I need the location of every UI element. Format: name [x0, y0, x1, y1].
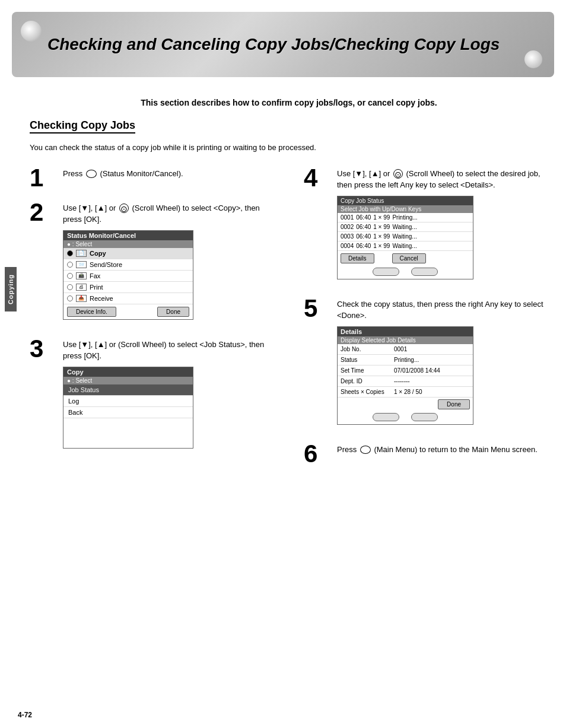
- step-3-number: 3: [30, 336, 59, 361]
- copy-screen-spacer: [63, 418, 193, 448]
- func-keys-row-4: [338, 266, 473, 279]
- screen-copy-menu: Copy ● : Select Job Status Log Back: [63, 367, 193, 449]
- cancel-button[interactable]: Cancel: [392, 253, 426, 263]
- step-3: 3 Use [▼], [▲] or (Scroll Wheel) to sele…: [30, 336, 274, 456]
- screen-status-monitor: Status Monitor/Cancel ● : Select 📄 Copy …: [63, 230, 193, 320]
- detail-row-jobno: Job No. 0001: [338, 344, 473, 355]
- copy-menu-title: Copy: [63, 367, 193, 377]
- job-status-buttons: Details Cancel: [338, 251, 473, 266]
- detail-row-settime: Set Time 07/01/2008 14:44: [338, 365, 473, 376]
- left-column: 1 Press (Status Monitor/Cancel). 2 Use […: [30, 166, 280, 476]
- step-5-content: Check the copy status, then press the ri…: [337, 296, 548, 432]
- intro-text: This section describes how to confirm co…: [30, 98, 548, 107]
- steps-container: 1 Press (Status Monitor/Cancel). 2 Use […: [30, 166, 548, 476]
- screen-details: Details Display Selected Job Details Job…: [337, 326, 473, 425]
- radio-print: [67, 284, 73, 290]
- receive-icon: 📥: [76, 295, 87, 302]
- details-header: Details: [338, 327, 473, 336]
- step-4-text: Use [▼], [▲] or (Scroll Wheel) to select…: [337, 168, 548, 191]
- job-row-4: 0004 06:40 1 × 99 Waiting...: [338, 241, 473, 251]
- screen-subtitle-1: ● : Select: [63, 240, 193, 248]
- section-description: You can check the status of a copy job w…: [30, 142, 548, 154]
- step-3-text: Use [▼], [▲] or (Scroll Wheel) to select…: [63, 339, 274, 362]
- screen-row-copy: 📄 Copy: [63, 248, 193, 259]
- screen-row-receive: 📥 Receive: [63, 293, 193, 304]
- details-done-row: Done: [338, 398, 473, 411]
- step-5-number: 5: [304, 296, 333, 321]
- func-key-left-4: [373, 268, 399, 276]
- radio-receive: [67, 295, 73, 301]
- step-2-text: Use [▼], [▲] or (Scroll Wheel) to select…: [63, 202, 274, 225]
- step-2: 2 Use [▼], [▲] or (Scroll Wheel) to sele…: [30, 200, 274, 327]
- screen-row-sendstore: 📨 Send/Store: [63, 259, 193, 271]
- step-6-content: Press (Main Menu) to return to the Main …: [337, 441, 548, 460]
- copy-icon: 📄: [76, 250, 87, 257]
- side-tab-label: Copying: [5, 267, 17, 311]
- page-number: 4-72: [18, 711, 32, 719]
- job-row-2: 0002 06:40 1 × 99 Waiting...: [338, 222, 473, 232]
- main-menu-icon: [360, 446, 371, 454]
- step-4: 4 Use [▼], [▲] or (Scroll Wheel) to sele…: [304, 166, 548, 287]
- print-icon: 🖨: [76, 284, 87, 291]
- section-title: Checking Copy Jobs: [30, 119, 548, 133]
- sendstore-icon: 📨: [76, 261, 87, 268]
- screen-title-bar-1: Status Monitor/Cancel: [63, 231, 193, 240]
- step-6-number: 6: [304, 441, 333, 466]
- screen-row-fax: 📠 Fax: [63, 271, 193, 282]
- screen-buttons-1: Device Info. Done: [63, 304, 193, 319]
- step-4-number: 4: [304, 166, 333, 190]
- page-title: Checking and Canceling Copy Jobs/Checkin…: [47, 34, 500, 55]
- status-monitor-icon: [86, 170, 97, 178]
- step-5: 5 Check the copy status, then press the …: [304, 296, 548, 432]
- scroll-wheel-icon-4: [393, 169, 403, 179]
- screen-job-status: Copy Job Status Select Job with Up/Down …: [337, 196, 473, 279]
- scroll-wheel-icon-2: [119, 204, 129, 213]
- detail-row-deptid: Dept. ID --------: [338, 376, 473, 387]
- job-row-1: 0001 06:40 1 × 99 Printing...: [338, 213, 473, 222]
- step-1-content: Press (Status Monitor/Cancel).: [63, 166, 274, 185]
- step-1: 1 Press (Status Monitor/Cancel).: [30, 166, 274, 190]
- radio-fax: [67, 273, 73, 279]
- radio-sendstore: [67, 262, 73, 268]
- details-button[interactable]: Details: [341, 253, 374, 263]
- step-6: 6 Press (Main Menu) to return to the Mai…: [304, 441, 548, 466]
- done-btn-1[interactable]: Done: [157, 307, 189, 317]
- func-key-right-4: [411, 268, 438, 276]
- done-button-5[interactable]: Done: [438, 399, 470, 409]
- func-key-right-5: [411, 413, 438, 421]
- step-1-number: 1: [30, 166, 59, 190]
- job-status-header: Copy Job Status: [338, 196, 473, 205]
- step-4-content: Use [▼], [▲] or (Scroll Wheel) to select…: [337, 166, 548, 287]
- step-3-content: Use [▼], [▲] or (Scroll Wheel) to select…: [63, 336, 274, 456]
- menu-row-back: Back: [63, 407, 193, 418]
- detail-row-status: Status Printing...: [338, 355, 473, 365]
- job-status-subheader: Select Job with Up/Down Keys: [338, 205, 473, 213]
- menu-row-log: Log: [63, 396, 193, 407]
- radio-copy: [67, 250, 73, 256]
- menu-row-jobstatus: Job Status: [63, 384, 193, 396]
- step-6-text: Press (Main Menu) to return to the Main …: [337, 444, 548, 456]
- step-5-text: Check the copy status, then press the ri…: [337, 298, 548, 322]
- job-row-3: 0003 06:40 1 × 99 Waiting...: [338, 232, 473, 241]
- func-key-left-5: [373, 413, 399, 421]
- right-column: 4 Use [▼], [▲] or (Scroll Wheel) to sele…: [298, 166, 548, 476]
- copy-menu-subtitle: ● : Select: [63, 377, 193, 384]
- func-keys-row-5: [338, 411, 473, 424]
- fax-icon: 📠: [76, 272, 87, 279]
- step-2-number: 2: [30, 200, 59, 225]
- step-2-content: Use [▼], [▲] or (Scroll Wheel) to select…: [63, 200, 274, 327]
- detail-row-sheetscopies: Sheets × Copies 1 × 28 / 50: [338, 387, 473, 398]
- header-banner: Checking and Canceling Copy Jobs/Checkin…: [12, 12, 554, 77]
- screen-row-print: 🖨 Print: [63, 282, 193, 293]
- device-info-btn[interactable]: Device Info.: [67, 307, 116, 317]
- main-content: This section describes how to confirm co…: [0, 77, 566, 500]
- details-subheader: Display Selected Job Details: [338, 336, 473, 344]
- step-1-text: Press (Status Monitor/Cancel).: [63, 168, 274, 180]
